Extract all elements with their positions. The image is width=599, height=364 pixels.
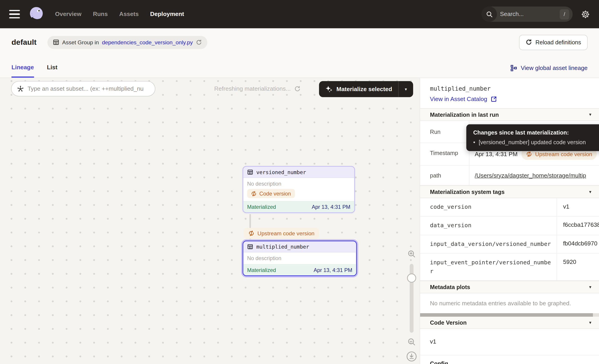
tag-key: data_version <box>420 217 557 235</box>
download-graph-icon[interactable] <box>406 351 417 362</box>
search-icon <box>482 7 497 22</box>
search-shortcut-key: / <box>560 9 569 19</box>
path-link[interactable]: /Users/sryza/dagster_home/storage/multip <box>475 172 586 179</box>
sync-alert-icon <box>251 191 257 196</box>
path-label: path <box>420 165 469 185</box>
zoom-slider-handle[interactable] <box>407 274 416 283</box>
menu-icon[interactable] <box>9 10 20 18</box>
sync-alert-icon <box>526 151 532 157</box>
horizontal-scrollbar-thumb[interactable] <box>420 313 593 317</box>
refresh-icon[interactable] <box>196 39 202 45</box>
sparkle-icon <box>325 85 333 93</box>
zoom-out-icon[interactable] <box>407 337 416 347</box>
materialized-status: Materialized <box>247 204 276 210</box>
view-global-asset-lineage-label: View global asset lineage <box>521 65 588 71</box>
code-file-link[interactable]: dependencies_code_version_only.py <box>102 39 193 45</box>
search-placeholder: Search... <box>497 11 560 18</box>
materialize-selected-button[interactable]: Materialize selected ▾ <box>319 81 413 97</box>
edge-badge-label: Upstream code version <box>257 230 314 236</box>
selected-asset-title: multiplied_number <box>430 85 590 92</box>
tag-value: fb04dcb6970 <box>557 235 599 253</box>
nav-item-runs[interactable]: Runs <box>93 11 108 18</box>
asset-group-badge: Asset Group in dependencies_code_version… <box>47 36 207 49</box>
nav-links: Overview Runs Assets Deployment <box>55 11 184 18</box>
nav-item-overview[interactable]: Overview <box>55 11 81 18</box>
code-version-badge-label: Code version <box>259 191 291 197</box>
asset-table-icon <box>247 169 253 175</box>
tag-value: v1 <box>557 198 599 216</box>
timestamp-label: Timestamp <box>420 143 469 165</box>
main-area: Type an asset subset... (ex: ++multiplie… <box>0 78 599 364</box>
reload-definitions-button[interactable]: Reload definitions <box>519 35 588 50</box>
view-global-asset-lineage-link[interactable]: View global asset lineage <box>510 65 588 78</box>
materialize-dropdown-caret[interactable]: ▾ <box>398 81 413 97</box>
section-label: Materialization in last run <box>430 111 499 118</box>
zoom-controls <box>403 249 420 363</box>
asset-node-multiplied-number[interactable]: multiplied_number No description Materia… <box>243 241 357 276</box>
page-title: default <box>11 38 36 47</box>
table-row: data_version f6ccba177638 <box>420 217 599 235</box>
asset-table-icon <box>247 244 253 250</box>
asset-table-icon <box>53 39 59 45</box>
asset-node-name: multiplied_number <box>256 244 309 250</box>
path-row: path /Users/sryza/dagster_home/storage/m… <box>420 165 599 185</box>
section-materialization-system-tags[interactable]: Materialization system tags ▼ <box>420 186 599 198</box>
tag-value: f6ccba177638 <box>557 217 599 235</box>
metadata-plots-empty-message: No numeric metadata entries available to… <box>420 293 599 312</box>
tooltip-item-text: [versioned_number] updated code version <box>479 139 586 145</box>
section-metadata-plots[interactable]: Metadata plots ▼ <box>420 281 599 293</box>
code-version-value: v1 <box>420 329 599 355</box>
reload-icon <box>525 39 532 45</box>
asset-subset-placeholder: Type an asset subset... (ex: ++multiplie… <box>27 85 144 92</box>
section-materialization-in-last-run[interactable]: Materialization in last run ▼ <box>420 108 599 121</box>
run-label: Run <box>420 121 469 143</box>
tab-lineage[interactable]: Lineage <box>11 64 34 78</box>
timestamp-value[interactable]: Apr 13, 4:31 PM <box>475 151 518 158</box>
materialized-timestamp[interactable]: Apr 13, 4:31 PM <box>312 204 350 210</box>
materialized-timestamp[interactable]: Apr 13, 4:31 PM <box>314 267 352 273</box>
collapse-caret-icon[interactable]: ▼ <box>588 190 592 194</box>
asset-details-panel: multiplied_number View in Asset Catalog … <box>420 78 599 364</box>
asset-graph-canvas[interactable]: Type an asset subset... (ex: ++multiplie… <box>0 78 420 364</box>
materialized-status: Materialized <box>247 267 276 273</box>
view-tabs: Lineage List View global asset lineage <box>0 56 599 78</box>
horizontal-scrollbar <box>420 313 599 317</box>
section-label: Code Version <box>430 320 467 326</box>
dagster-app: Overview Runs Assets Deployment Search..… <box>0 0 599 364</box>
view-in-asset-catalog-link[interactable]: View in Asset Catalog <box>430 95 590 103</box>
asset-node-versioned-number[interactable]: versioned_number No description Code ver… <box>243 166 355 213</box>
refresh-icon[interactable] <box>294 86 301 92</box>
table-row: input_event_pointer/versioned_number 592… <box>420 253 599 281</box>
page-header: default Asset Group in dependencies_code… <box>0 28 599 56</box>
bullet-icon: • <box>473 139 475 145</box>
dagster-logo-icon[interactable] <box>27 5 45 23</box>
upstream-code-version-label: Upstream code version <box>535 151 592 157</box>
section-label: Materialization system tags <box>430 189 505 195</box>
tag-key: code_version <box>420 198 557 216</box>
refreshing-status: Refreshing materializations... <box>214 78 301 99</box>
settings-gear-icon[interactable] <box>581 10 590 18</box>
tag-value: 5920 <box>557 253 599 281</box>
collapse-caret-icon[interactable]: ▼ <box>588 113 592 117</box>
zoom-in-icon[interactable] <box>407 249 416 259</box>
section-config[interactable]: Config <box>420 355 599 364</box>
external-link-icon <box>491 96 497 102</box>
zoom-slider[interactable] <box>410 264 414 333</box>
section-label: Metadata plots <box>430 284 470 290</box>
reload-definitions-label: Reload definitions <box>536 39 581 45</box>
section-code-version[interactable]: Code Version ▼ <box>420 317 599 329</box>
code-version-badge: Code version <box>247 189 295 198</box>
asset-node-name: versioned_number <box>256 169 306 175</box>
collapse-caret-icon[interactable]: ▼ <box>588 321 592 325</box>
tag-key: input_event_pointer/versioned_number <box>420 253 557 281</box>
refreshing-label: Refreshing materializations... <box>214 85 291 92</box>
nav-item-deployment[interactable]: Deployment <box>150 11 184 18</box>
nav-item-assets[interactable]: Assets <box>119 11 139 18</box>
collapse-caret-icon[interactable]: ▼ <box>588 285 592 289</box>
search-input[interactable]: Search... / <box>482 7 573 22</box>
asset-subset-input[interactable]: Type an asset subset... (ex: ++multiplie… <box>11 81 155 96</box>
table-row: code_version v1 <box>420 198 599 217</box>
view-in-asset-catalog-label: View in Asset Catalog <box>430 95 487 103</box>
tab-list[interactable]: List <box>47 64 57 78</box>
top-nav: Overview Runs Assets Deployment Search..… <box>0 0 599 28</box>
